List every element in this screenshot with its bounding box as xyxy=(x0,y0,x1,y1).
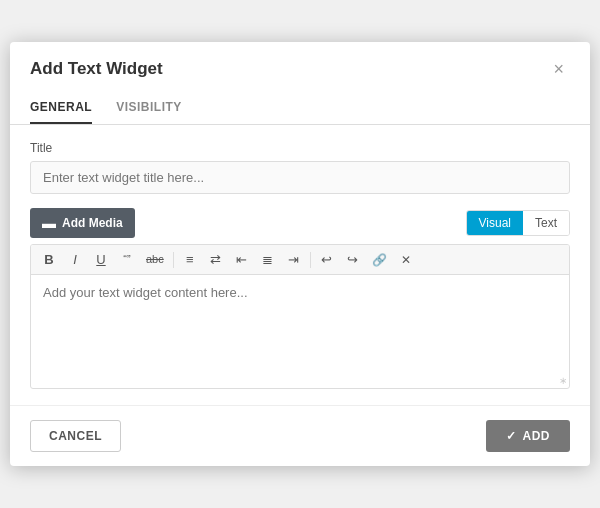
underline-button[interactable]: U xyxy=(89,249,113,270)
undo-button[interactable]: ↩ xyxy=(315,249,339,270)
content-editor[interactable] xyxy=(31,275,569,385)
cancel-button[interactable]: CANCEL xyxy=(30,420,121,452)
tab-general[interactable]: GENERAL xyxy=(30,92,92,124)
align-left-button[interactable]: ⇤ xyxy=(230,249,254,270)
title-input[interactable] xyxy=(30,161,570,194)
add-button[interactable]: ✓ ADD xyxy=(486,420,570,452)
align-right-button[interactable]: ⇥ xyxy=(282,249,306,270)
link-button[interactable]: 🔗 xyxy=(367,250,392,270)
italic-button[interactable]: I xyxy=(63,249,87,270)
fullscreen-button[interactable]: ✕ xyxy=(394,250,418,270)
editor-toolbar: B I U “” abc ≡ ⇄ ⇤ ≣ ⇥ ↩ ↪ 🔗 ✕ xyxy=(31,245,569,275)
content-section: ▬ Add Media Visual Text B I U “” abc xyxy=(30,208,570,389)
add-media-button[interactable]: ▬ Add Media xyxy=(30,208,135,238)
add-text-widget-dialog: Add Text Widget × GENERAL VISIBILITY Tit… xyxy=(10,42,590,466)
strikethrough-button[interactable]: abc xyxy=(141,250,169,269)
align-center-button[interactable]: ≣ xyxy=(256,249,280,270)
bullet-list-button[interactable]: ≡ xyxy=(178,249,202,270)
numbered-list-button[interactable]: ⇄ xyxy=(204,249,228,270)
add-icon: ✓ xyxy=(506,429,517,443)
text-view-button[interactable]: Text xyxy=(523,211,569,235)
bold-button[interactable]: B xyxy=(37,249,61,270)
add-label: ADD xyxy=(523,429,551,443)
dialog-body: Title ▬ Add Media Visual Text B I xyxy=(10,125,590,405)
add-media-label: Add Media xyxy=(62,216,123,230)
tabs-container: GENERAL VISIBILITY xyxy=(10,92,590,125)
close-button[interactable]: × xyxy=(547,58,570,80)
visual-view-button[interactable]: Visual xyxy=(467,211,523,235)
quote-button[interactable]: “” xyxy=(115,250,139,269)
tab-visibility[interactable]: VISIBILITY xyxy=(116,92,182,124)
redo-button[interactable]: ↪ xyxy=(341,249,365,270)
title-label: Title xyxy=(30,141,570,155)
resize-handle: ∗ xyxy=(559,375,567,386)
view-toggle: Visual Text xyxy=(466,210,570,236)
dialog-header: Add Text Widget × xyxy=(10,42,590,80)
toolbar-separator-1 xyxy=(173,252,174,268)
toolbar-separator-2 xyxy=(310,252,311,268)
dialog-footer: CANCEL ✓ ADD xyxy=(10,405,590,466)
editor-wrapper: B I U “” abc ≡ ⇄ ⇤ ≣ ⇥ ↩ ↪ 🔗 ✕ xyxy=(30,244,570,389)
editor-area-wrapper: ∗ xyxy=(31,275,569,388)
add-media-icon: ▬ xyxy=(42,215,56,231)
content-header: ▬ Add Media Visual Text xyxy=(30,208,570,238)
dialog-title: Add Text Widget xyxy=(30,59,163,79)
